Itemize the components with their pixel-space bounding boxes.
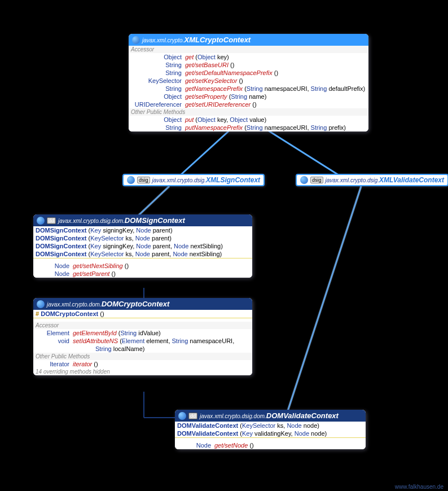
package-tag: dsig bbox=[310, 177, 323, 183]
method-row: Iteratoriterator () bbox=[33, 360, 252, 368]
footer-credit[interactable]: www.falkhausen.de bbox=[395, 484, 443, 490]
class-header: dd javax.xml.crypto.dsig.dom.DOMSignCont… bbox=[33, 214, 252, 226]
package-label: javax.xml.crypto.dsig. bbox=[152, 177, 207, 183]
svg-line-2 bbox=[138, 186, 169, 216]
method-row: StringputNamespacePrefix (String namespa… bbox=[129, 124, 368, 131]
globe-icon bbox=[178, 412, 186, 420]
method-row: KeySelectorget/setKeySelector () bbox=[129, 77, 368, 85]
method-row: Objectput (Object key, Object value) bbox=[129, 116, 368, 124]
svg-line-3 bbox=[138, 186, 169, 216]
globe-icon bbox=[37, 217, 45, 225]
class-header: javax.xml.crypto.dom.DOMCryptoContext bbox=[33, 298, 252, 310]
constructor-row: DOMValidateContext (KeySelector ks, Node… bbox=[175, 422, 366, 429]
package-label: javax.xml.crypto.dom. bbox=[47, 301, 102, 308]
method-row: Objectget (Object key) bbox=[129, 53, 368, 61]
globe-icon bbox=[300, 176, 308, 184]
constructor-row: DOMValidateContext (Key validatingKey, N… bbox=[175, 429, 366, 437]
class-name: XMLCryptoContext bbox=[184, 36, 251, 44]
class-name: DOMSignContext bbox=[125, 216, 185, 225]
class-box-xmlvalidatecontext[interactable]: dsig javax.xml.crypto.dsig.XMLValidateCo… bbox=[296, 174, 448, 186]
svg-line-1 bbox=[265, 129, 339, 175]
method-row: Objectget/setProperty (String name) bbox=[129, 93, 368, 100]
method-row: Nodeget/setParent () bbox=[33, 270, 252, 278]
svg-line-5 bbox=[288, 186, 361, 411]
constructor-row: DOMSignContext (KeySelector ks, Node par… bbox=[33, 234, 252, 242]
class-name: DOMValidateContext bbox=[266, 411, 339, 420]
svg-line-0 bbox=[181, 129, 231, 175]
svg-line-4 bbox=[288, 186, 361, 411]
class-name: DOMCryptoContext bbox=[102, 300, 170, 308]
globe-icon bbox=[127, 176, 135, 184]
class-name: XMLSignContext bbox=[206, 176, 260, 184]
package-label: javax.xml.crypto.dsig. bbox=[326, 177, 380, 183]
hidden-methods-note: 14 overriding methods hidden bbox=[33, 368, 252, 375]
class-box-domcryptocontext[interactable]: javax.xml.crypto.dom.DOMCryptoContext # … bbox=[33, 298, 252, 375]
package-tag: dd bbox=[188, 413, 197, 419]
package-label: javax.xml.crypto.dsig.dom. bbox=[200, 413, 266, 419]
method-row: StringgetNamespacePrefix (String namespa… bbox=[129, 85, 368, 93]
globe-icon bbox=[132, 36, 140, 44]
constructor-row: DOMSignContext (KeySelector ks, Node par… bbox=[33, 250, 252, 258]
package-tag: dd bbox=[47, 217, 56, 224]
section-accessor: Accessor bbox=[33, 322, 252, 329]
constructor-row: DOMSignContext (Key signingKey, Node par… bbox=[33, 242, 252, 250]
class-name: XMLValidateContext bbox=[379, 176, 444, 184]
section-other: Other Public Methods bbox=[33, 353, 252, 360]
class-box-domsigncontext[interactable]: dd javax.xml.crypto.dsig.dom.DOMSignCont… bbox=[33, 214, 252, 278]
constructor-row: DOMSignContext (Key signingKey, Node par… bbox=[33, 226, 252, 234]
package-label: javax.xml.crypto. bbox=[142, 37, 184, 43]
class-header: dd javax.xml.crypto.dsig.dom.DOMValidate… bbox=[175, 410, 366, 422]
constructor-row: # DOMCryptoContext () bbox=[33, 310, 252, 318]
method-row: Nodeget/setNextSibling () bbox=[33, 262, 252, 270]
method-row: Stringget/setDefaultNamespacePrefix () bbox=[129, 69, 368, 77]
method-row: Stringget/setBaseURI () bbox=[129, 61, 368, 69]
package-tag: dsig bbox=[137, 177, 150, 183]
section-other: Other Public Methods bbox=[129, 108, 368, 116]
globe-icon bbox=[37, 300, 45, 308]
class-box-domvalidatecontext[interactable]: dd javax.xml.crypto.dsig.dom.DOMValidate… bbox=[175, 410, 366, 449]
package-label: javax.xml.crypto.dsig.dom. bbox=[58, 218, 125, 224]
class-header: javax.xml.crypto.XMLCryptoContext bbox=[129, 34, 368, 46]
class-box-xmlcryptocontext[interactable]: javax.xml.crypto.XMLCryptoContext Access… bbox=[129, 34, 368, 131]
method-row: Nodeget/setNode () bbox=[175, 441, 366, 449]
method-row: ElementgetElementById (String idValue) bbox=[33, 329, 252, 337]
class-box-xmlsigncontext[interactable]: dsig javax.xml.crypto.dsig.XMLSignContex… bbox=[122, 174, 265, 186]
section-accessor: Accessor bbox=[129, 46, 368, 53]
method-row-cont: String localName) bbox=[33, 345, 252, 353]
method-row: voidsetIdAttributeNS (Element element, S… bbox=[33, 337, 252, 345]
method-row: URIDereferencerget/setURIDereferencer () bbox=[129, 100, 368, 108]
